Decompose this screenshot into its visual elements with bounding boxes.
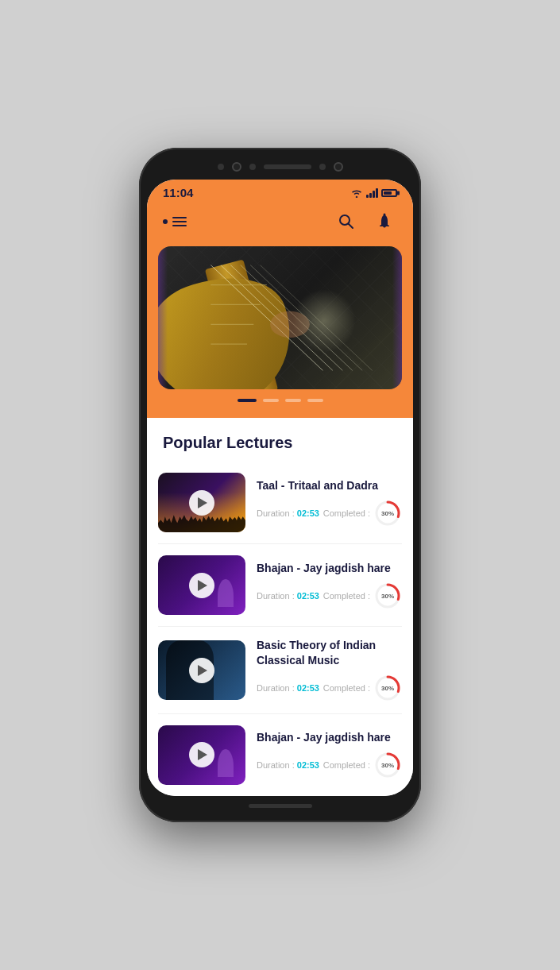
lecture-info-4: Bhajan - Jay jagdish hare Duration : 02:… <box>257 730 402 779</box>
lecture-meta-1: Duration : 02:53 Completed : <box>257 499 402 528</box>
menu-line-1 <box>172 217 187 218</box>
duration-label-1: Duration : 02:53 <box>257 508 319 518</box>
light-effect <box>292 289 356 353</box>
content-area: Popular Lectures Taal - Tritaal <box>147 418 413 795</box>
lecture-list: Taal - Tritaal and Dadra Duration : 02:5… <box>147 462 413 795</box>
phone-device: 11:04 <box>139 148 421 821</box>
signal-icon <box>366 188 378 198</box>
duration-label-2: Duration : 02:53 <box>257 591 319 601</box>
menu-line-3 <box>172 225 187 226</box>
progress-text-3: 30% <box>381 684 394 691</box>
duration-value-4: 02:53 <box>297 760 319 770</box>
progress-circle-1: 30% <box>373 499 402 528</box>
progress-text-1: 30% <box>381 509 394 516</box>
duration-value-1: 02:53 <box>297 508 319 518</box>
progress-text-2: 30% <box>381 592 394 599</box>
svg-line-1 <box>349 224 353 229</box>
menu-button[interactable] <box>163 217 187 226</box>
play-button-3[interactable] <box>189 658 214 683</box>
side-card-left <box>158 246 168 389</box>
play-triangle-4 <box>198 749 207 760</box>
completed-section-4: Completed : 30% <box>323 751 402 779</box>
status-bar: 11:04 <box>147 180 413 203</box>
hero-image[interactable] <box>158 246 402 389</box>
side-card-right <box>392 246 402 389</box>
lecture-info-2: Bhajan - Jay jagdish hare Duration : 02:… <box>257 561 402 610</box>
duration-label-4: Duration : 02:53 <box>257 760 319 770</box>
sensor-dot-right2 <box>334 162 343 172</box>
notification-button[interactable] <box>372 209 397 234</box>
slider-dot-3[interactable] <box>285 399 301 402</box>
lecture-info-3: Basic Theory of Indian Classical Music D… <box>257 638 402 701</box>
section-title-popular: Popular Lectures <box>147 418 413 462</box>
completed-section-2: Completed : 30% <box>323 582 402 610</box>
slider-dot-1[interactable] <box>238 399 257 402</box>
speaker-pill <box>264 164 311 169</box>
lecture-thumb-4[interactable] <box>158 725 245 785</box>
progress-circle-3: 30% <box>373 674 402 702</box>
bell-icon <box>376 213 393 230</box>
wifi-icon <box>350 188 363 198</box>
sensor-dot-middle <box>249 164 256 170</box>
menu-dot <box>163 219 168 224</box>
lecture-item-2: Bhajan - Jay jagdish hare Duration : 02:… <box>158 544 402 627</box>
menu-line-2 <box>172 221 187 222</box>
sensor-dot-right1 <box>319 164 326 170</box>
play-button-2[interactable] <box>189 573 214 598</box>
header-actions <box>334 209 397 234</box>
header <box>147 203 413 246</box>
completed-section-3: Completed : 30% <box>323 674 402 702</box>
lecture-title-3: Basic Theory of Indian Classical Music <box>257 638 402 667</box>
lecture-thumb-2[interactable] <box>158 555 245 615</box>
menu-lines <box>172 217 187 226</box>
status-icons <box>350 188 397 198</box>
slider-dot-2[interactable] <box>263 399 279 402</box>
hero-section <box>147 246 413 418</box>
lecture-item-3: Basic Theory of Indian Classical Music D… <box>158 627 402 713</box>
progress-circle-4: 30% <box>373 751 402 779</box>
lecture-item-1: Taal - Tritaal and Dadra Duration : 02:5… <box>158 462 402 544</box>
play-button-1[interactable] <box>189 490 214 516</box>
home-indicator <box>249 804 312 808</box>
search-button[interactable] <box>334 209 359 234</box>
progress-text-4: 30% <box>381 762 394 769</box>
status-time: 11:04 <box>163 186 193 199</box>
duration-value-3: 02:53 <box>297 683 319 693</box>
lecture-item-4: Bhajan - Jay jagdish hare Duration : 02:… <box>158 714 402 796</box>
mic-silhouette-4 <box>218 749 234 777</box>
lecture-title-2: Bhajan - Jay jagdish hare <box>257 561 402 575</box>
svg-point-2 <box>384 214 386 216</box>
slider-dots <box>147 389 413 402</box>
duration-value-2: 02:53 <box>297 591 319 601</box>
battery-icon <box>381 189 397 197</box>
lecture-info-1: Taal - Tritaal and Dadra Duration : 02:5… <box>257 478 402 528</box>
guitar-strings-svg <box>158 246 402 389</box>
lecture-thumb-1[interactable] <box>158 473 245 532</box>
sensor-dot-left <box>218 164 224 170</box>
duration-label-3: Duration : 02:53 <box>257 683 319 693</box>
progress-circle-2: 30% <box>373 582 402 610</box>
play-button-4[interactable] <box>189 742 214 767</box>
lecture-thumb-3[interactable] <box>158 640 245 700</box>
lecture-meta-2: Duration : 02:53 Completed : <box>257 582 402 610</box>
lecture-meta-4: Duration : 02:53 Completed : <box>257 751 402 779</box>
phone-top-bar <box>147 162 413 172</box>
play-triangle-3 <box>198 665 207 676</box>
lecture-meta-3: Duration : 02:53 Completed : <box>257 674 402 702</box>
phone-screen: 11:04 <box>147 180 413 795</box>
lecture-title-4: Bhajan - Jay jagdish hare <box>257 730 402 744</box>
phone-bottom-bar <box>147 804 413 808</box>
camera-dot <box>232 162 241 172</box>
play-triangle-1 <box>198 497 207 508</box>
hero-bg <box>158 246 402 389</box>
lecture-title-1: Taal - Tritaal and Dadra <box>257 478 402 493</box>
slider-dot-4[interactable] <box>307 399 323 402</box>
completed-section-1: Completed : 30% <box>323 499 402 528</box>
search-icon <box>338 213 355 230</box>
play-triangle-2 <box>198 580 207 591</box>
mic-silhouette-2 <box>218 579 234 607</box>
